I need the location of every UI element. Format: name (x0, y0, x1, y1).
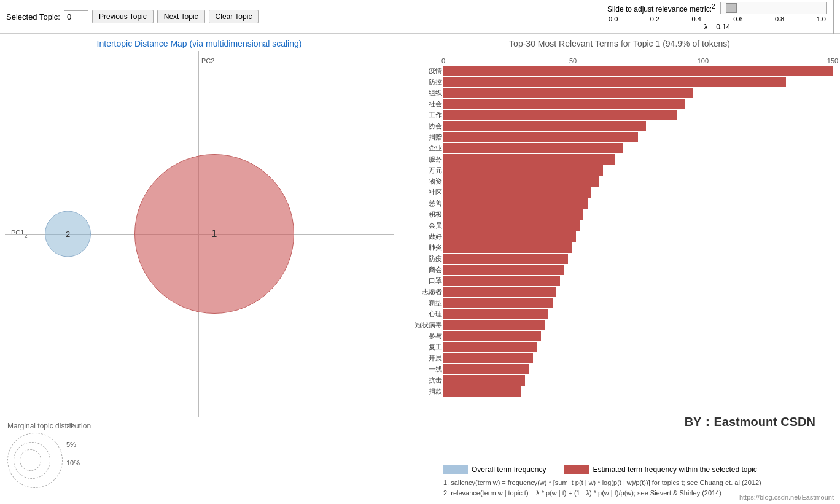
bar-topic (443, 320, 545, 330)
intertopic-title-prefix: Intertopic Distance Map (via (97, 39, 206, 48)
table-row: 疫情 (443, 66, 833, 76)
bar-label: 疫情 (406, 66, 442, 76)
bar-label: 口罩 (406, 276, 442, 285)
bar-chart-area: 0 50 100 150 疫情防控组织社会工作协会捐赠企业服务万元物资社区慈善积… (406, 52, 833, 460)
bar-bg (443, 309, 833, 319)
table-row: 心理 (443, 309, 833, 319)
bar-label: 心理 (406, 309, 442, 319)
topic-bubble-1[interactable]: 1 (134, 154, 294, 314)
slider-scale: 0.0 0.2 0.4 0.6 0.8 1.0 (607, 15, 827, 23)
table-row: 捐款 (443, 386, 833, 397)
bar-label: 工作 (406, 110, 442, 120)
slider-superscript: 2 (712, 3, 715, 10)
table-row: 肺炎 (443, 242, 833, 253)
pc1-text: PC1 (11, 229, 24, 236)
bar-topic (443, 231, 576, 242)
marginal-section: Marginal topic distribution 2% 5% 10% (5, 419, 394, 499)
table-row: 复工 (443, 342, 833, 352)
relevance-slider[interactable] (720, 2, 827, 14)
bar-bg (443, 66, 833, 76)
bars-container: 疫情防控组织社会工作协会捐赠企业服务万元物资社区慈善积极会员做好肺炎防疫商会口罩… (443, 66, 833, 460)
table-row: 社区 (443, 187, 833, 198)
bar-bg (443, 121, 833, 131)
table-row: 捐赠 (443, 132, 833, 142)
bar-bg (443, 176, 833, 187)
bar-topic (443, 220, 580, 231)
table-row: 服务 (443, 154, 833, 165)
bar-topic (443, 99, 685, 109)
right-panel: Top-30 Most Relevant Terms for Topic 1 (… (399, 34, 840, 504)
bar-topic (443, 110, 677, 120)
bar-bg (443, 99, 833, 109)
bar-bg (443, 254, 833, 264)
table-row: 防控 (443, 77, 833, 87)
clear-topic-button[interactable]: Clear Topic (209, 10, 259, 23)
bar-topic (443, 265, 564, 275)
intertopic-title-suffix: ) (299, 39, 302, 48)
bar-bg (443, 187, 833, 198)
scatter-area: PC2 PC12 1 2 (5, 51, 394, 417)
topic-bubble-2[interactable]: 2 (45, 211, 91, 257)
bar-topic (443, 143, 623, 153)
bar-topic (443, 165, 603, 176)
left-panel: Intertopic Distance Map (via multidimens… (0, 34, 399, 504)
bar-label: 捐款 (406, 387, 442, 396)
main-area: Intertopic Distance Map (via multidimens… (0, 34, 840, 504)
legend-overall-color (443, 465, 468, 474)
bar-label: 开展 (406, 354, 442, 363)
bar-topic (443, 254, 568, 264)
next-topic-button[interactable]: Next Topic (157, 10, 205, 23)
bar-topic (443, 88, 693, 98)
bar-topic (443, 154, 615, 165)
scale-10: 1.0 (817, 15, 826, 23)
bar-topic (443, 353, 533, 363)
table-row: 物资 (443, 176, 833, 187)
bar-bg (443, 353, 833, 363)
axis-tick-0: 0 (441, 57, 445, 64)
table-row: 会员 (443, 220, 833, 231)
bar-topic (443, 364, 529, 374)
table-row: 组织 (443, 88, 833, 98)
scale-06: 0.6 (733, 15, 742, 23)
bar-bg (443, 287, 833, 297)
bar-label: 参与 (406, 331, 442, 341)
table-row: 开展 (443, 353, 833, 363)
bar-label: 志愿者 (406, 287, 442, 297)
byline: BY：Eastmount CSDN (685, 414, 815, 430)
table-row: 企业 (443, 143, 833, 153)
bar-label: 抗击 (406, 376, 442, 385)
bar-bg (443, 242, 833, 253)
axis-tick-50: 50 (569, 57, 577, 64)
slider-row: Slide to adjust relevance metric:2 (607, 2, 827, 14)
axis-tick-100: 100 (698, 57, 709, 64)
table-row: 做好 (443, 231, 833, 242)
topic-input[interactable] (64, 10, 88, 23)
bar-topic (443, 375, 525, 386)
table-row: 参与 (443, 331, 833, 341)
note-text: 1. saliency(term w) = frequency(w) * [su… (443, 478, 833, 489)
bar-label: 服务 (406, 155, 442, 164)
bar-topic (443, 342, 537, 352)
relevance-slider-panel: Slide to adjust relevance metric:2 0.0 0… (601, 0, 834, 34)
bar-bg (443, 209, 833, 220)
bar-topic (443, 121, 646, 131)
prev-topic-button[interactable]: Previous Topic (92, 10, 154, 23)
bar-bg (443, 386, 833, 397)
marginal-title: Marginal topic distribution (7, 422, 391, 430)
bar-bg (443, 265, 833, 275)
legend-topic-label: Estimated term frequency within the sele… (593, 465, 756, 474)
bar-axis: 0 50 100 150 (443, 52, 833, 64)
topic-controls: Selected Topic: Previous Topic Next Topi… (6, 10, 259, 23)
legend-overall: Overall term frequency (443, 465, 546, 474)
bar-bg (443, 110, 833, 120)
bar-label: 物资 (406, 177, 442, 186)
bar-label: 新型 (406, 298, 442, 308)
bar-label: 商会 (406, 265, 442, 274)
intertopic-title-link[interactable]: multidimensional scaling (206, 39, 299, 48)
bar-bg (443, 88, 833, 98)
lambda-value: λ = 0.14 (704, 23, 730, 31)
bar-label: 企业 (406, 144, 442, 153)
bar-label: 社会 (406, 99, 442, 109)
bar-bg (443, 165, 833, 176)
bubble2-label: 2 (66, 230, 70, 239)
